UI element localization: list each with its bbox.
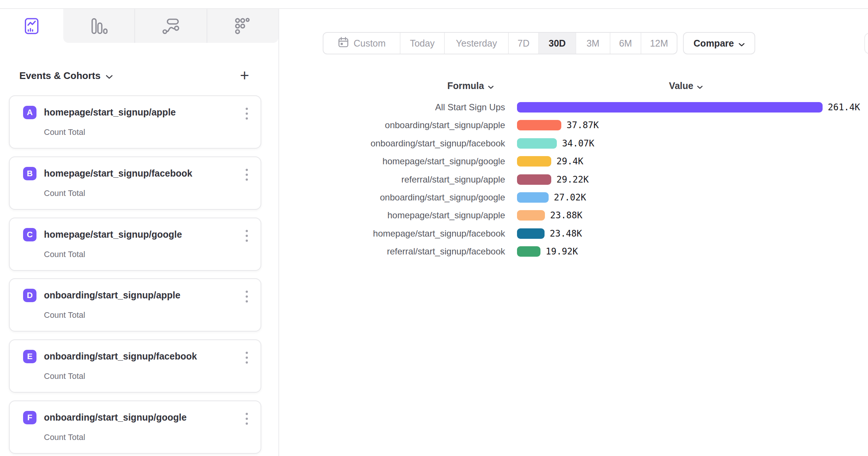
event-card[interactable]: F onboarding/start_signup/google Count T… <box>9 400 261 454</box>
series-label: homepage/start_signup/google <box>261 156 505 167</box>
value-label: Value <box>669 80 693 91</box>
range-6m[interactable]: 6M <box>610 33 641 54</box>
chevron-down-icon <box>697 80 703 91</box>
event-card[interactable]: D onboarding/start_signup/apple Count To… <box>9 278 261 332</box>
clipped-right-button[interactable] <box>864 33 868 54</box>
series-value: 29.22K <box>556 174 589 185</box>
chart-row: homepage/start_signup/google 29.4K <box>0 156 868 167</box>
series-value: 29.4K <box>556 156 583 167</box>
series-bar[interactable] <box>517 246 540 257</box>
series-bar[interactable] <box>517 138 557 149</box>
series-bar[interactable] <box>517 210 545 221</box>
range-30d[interactable]: 30D <box>538 33 575 54</box>
series-label: homepage/start_signup/apple <box>261 210 505 221</box>
add-event-button[interactable]: + <box>235 66 254 85</box>
formula-column-header[interactable]: Formula <box>447 80 494 92</box>
chart-type-tabbar <box>0 9 278 43</box>
chart-row: onboarding/start_signup/apple 37.87K <box>0 120 868 130</box>
series-bar[interactable] <box>517 192 549 203</box>
bar-chart-icon <box>90 18 108 35</box>
series-value: 37.87K <box>567 120 599 130</box>
tab-bar-report[interactable] <box>63 9 134 43</box>
series-label: All Start Sign Ups <box>261 102 505 113</box>
chart-row: homepage/start_signup/apple 23.88K <box>0 210 868 221</box>
range-yesterday[interactable]: Yesterday <box>444 33 508 54</box>
event-card[interactable]: C homepage/start_signup/google Count Tot… <box>9 218 261 271</box>
series-bar[interactable] <box>517 120 561 130</box>
kebab-menu-icon[interactable] <box>244 289 249 304</box>
range-label: Custom <box>354 38 386 49</box>
compare-button[interactable]: Compare <box>683 32 755 54</box>
series-value: 23.48K <box>550 228 582 239</box>
range-label: Yesterday <box>456 38 497 49</box>
tab-insights[interactable] <box>0 9 63 43</box>
series-label: referral/start_signup/apple <box>261 174 505 185</box>
series-label: onboarding/start_signup/google <box>261 192 505 203</box>
range-custom[interactable]: Custom <box>323 33 400 54</box>
formula-label: Formula <box>447 80 484 91</box>
chart-row: homepage/start_signup/facebook 23.48K <box>0 228 868 239</box>
chevron-down-icon <box>488 80 494 91</box>
kebab-menu-icon[interactable] <box>244 350 249 365</box>
chart-row: onboarding/start_signup/facebook 34.07K <box>0 138 868 149</box>
range-label: 30D <box>549 38 566 49</box>
series-value: 23.88K <box>550 210 583 221</box>
event-name[interactable]: onboarding/start_signup/google <box>44 412 186 423</box>
series-bar[interactable] <box>517 228 545 239</box>
event-metric[interactable]: Count Total <box>44 371 85 381</box>
series-label: onboarding/start_signup/apple <box>261 120 505 130</box>
event-name[interactable]: onboarding/start_signup/apple <box>44 290 181 301</box>
range-label: Today <box>410 38 435 49</box>
range-3m[interactable]: 3M <box>575 33 610 54</box>
events-cohorts-dropdown[interactable]: Events & Cohorts <box>19 69 113 82</box>
range-12m[interactable]: 12M <box>641 33 677 54</box>
chart-row: onboarding/start_signup/google 27.02K <box>0 192 868 203</box>
range-label: 12M <box>650 38 668 49</box>
compare-label: Compare <box>693 38 734 49</box>
flows-squiggle-icon <box>162 18 179 35</box>
series-label: onboarding/start_signup/facebook <box>261 138 505 149</box>
date-range-group: CustomTodayYesterday7D30D3M6M12M <box>323 32 677 54</box>
event-letter-badge: D <box>23 289 36 302</box>
range-7d[interactable]: 7D <box>508 33 538 54</box>
range-label: 3M <box>587 38 600 49</box>
event-name[interactable]: onboarding/start_signup/facebook <box>44 351 197 362</box>
chart-row: referral/start_signup/facebook 19.92K <box>0 246 868 257</box>
events-cohorts-title: Events & Cohorts <box>19 70 100 82</box>
chart-row: referral/start_signup/apple 29.22K <box>0 174 868 185</box>
series-value: 19.92K <box>546 246 578 257</box>
series-bar[interactable] <box>517 174 551 185</box>
range-label: 7D <box>518 38 530 49</box>
series-bar[interactable] <box>517 156 551 167</box>
series-value: 34.07K <box>562 138 594 149</box>
series-label: referral/start_signup/facebook <box>261 246 505 257</box>
chart-row: All Start Sign Ups 261.4K <box>0 102 868 113</box>
event-metric[interactable]: Count Total <box>44 433 85 442</box>
inactive-tabs-strip <box>63 9 278 43</box>
series-value: 261.4K <box>828 102 860 113</box>
calendar-icon <box>338 37 349 50</box>
event-letter-badge: F <box>23 411 36 424</box>
range-label: 6M <box>619 38 632 49</box>
series-value: 27.02K <box>554 192 586 203</box>
event-card[interactable]: E onboarding/start_signup/facebook Count… <box>9 339 261 393</box>
tab-retention[interactable] <box>207 9 278 43</box>
chevron-down-icon <box>738 38 745 49</box>
dots-grid-icon <box>234 18 251 35</box>
insights-report-page: Events & Cohorts + A homepage/start_sign… <box>0 0 868 456</box>
series-label: homepage/start_signup/facebook <box>261 228 505 239</box>
tab-flows[interactable] <box>134 9 206 43</box>
event-metric[interactable]: Count Total <box>44 310 85 320</box>
plus-icon: + <box>240 67 249 85</box>
range-today[interactable]: Today <box>400 33 444 54</box>
series-bar[interactable] <box>517 102 823 113</box>
value-column-header[interactable]: Value <box>669 80 703 92</box>
line-chart-icon <box>23 18 40 35</box>
event-letter-badge: E <box>23 350 36 363</box>
kebab-menu-icon[interactable] <box>244 411 249 426</box>
chevron-down-icon <box>106 70 113 82</box>
